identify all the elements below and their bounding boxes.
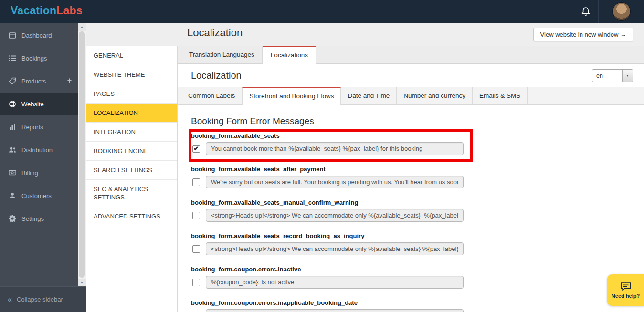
subtab-common-labels[interactable]: Common Labels bbox=[181, 87, 242, 105]
settings-item-seo-analytics-settings[interactable]: SEO & ANALYTICS SETTINGS bbox=[86, 180, 177, 207]
view-website-button[interactable]: View website in new window → bbox=[533, 28, 633, 41]
topbar: VacationLabs bbox=[0, 0, 644, 23]
scroll-up-arrow-icon[interactable]: ▲ bbox=[78, 23, 86, 31]
need-help-label: Need help? bbox=[612, 293, 640, 299]
sidebar-item-bookings[interactable]: Bookings bbox=[0, 47, 78, 70]
sidebar-item-label: Products bbox=[21, 78, 46, 85]
app-logo[interactable]: VacationLabs bbox=[11, 4, 83, 17]
users-icon bbox=[9, 146, 16, 154]
field-value-input[interactable] bbox=[206, 176, 464, 188]
settings-item-localization[interactable]: LOCALIZATION bbox=[86, 104, 177, 123]
sidebar-item-billing[interactable]: Billing bbox=[0, 161, 78, 184]
field-row bbox=[191, 242, 644, 255]
field-value-input[interactable] bbox=[206, 309, 464, 312]
settings-item-integration[interactable]: INTEGRATION bbox=[86, 123, 177, 142]
field-key-label: booking_form.available_seats bbox=[191, 132, 644, 139]
sidebar-item-products[interactable]: Products + bbox=[0, 70, 78, 93]
subtab-date-and-time[interactable]: Date and Time bbox=[341, 87, 397, 105]
settings-item-advanced-settings[interactable]: ADVANCED SETTINGS bbox=[86, 207, 177, 226]
sidebar-item-label: Reports bbox=[21, 124, 43, 131]
gear-icon bbox=[9, 215, 16, 222]
field-row bbox=[191, 309, 644, 312]
page-header: Localization View website in new window … bbox=[86, 23, 644, 46]
notifications-bell-icon[interactable] bbox=[573, 0, 598, 23]
settings-item-website-theme[interactable]: WEBSITE THEME bbox=[86, 65, 177, 84]
tab-bar: Translation LanguagesLocalizations bbox=[178, 46, 644, 64]
sidebar-item-label: Website bbox=[21, 101, 44, 108]
settings-item-pages[interactable]: PAGES bbox=[86, 84, 177, 104]
main-content: Localization en ▼ Common LabelsStorefron… bbox=[178, 64, 644, 312]
language-select-value: en bbox=[592, 73, 622, 79]
field-value-input[interactable] bbox=[206, 276, 464, 289]
field-checkbox[interactable] bbox=[192, 279, 200, 286]
settings-item-search-settings[interactable]: SEARCH SETTINGS bbox=[86, 161, 177, 180]
form-section-heading: Booking Form Error Messages bbox=[191, 115, 644, 126]
field-checkbox[interactable] bbox=[192, 178, 200, 186]
tab-translation-languages[interactable]: Translation Languages bbox=[181, 46, 263, 64]
language-select[interactable]: en ▼ bbox=[592, 69, 633, 82]
logo-labs: Labs bbox=[56, 4, 82, 17]
field-key-label: booking_form.coupon.errors.inapplicable_… bbox=[191, 299, 644, 306]
section-header: Localization en ▼ bbox=[178, 64, 644, 87]
field-checkbox[interactable] bbox=[192, 245, 200, 253]
sidebar-item-label: Billing bbox=[21, 169, 38, 177]
field-value-input[interactable] bbox=[206, 209, 464, 222]
field-row bbox=[191, 209, 644, 222]
field-row: ✔ bbox=[191, 142, 644, 155]
sidebar-item-customers[interactable]: Customers bbox=[0, 184, 78, 207]
chevron-down-icon[interactable]: ▼ bbox=[622, 70, 633, 82]
field-checkbox[interactable] bbox=[192, 212, 200, 219]
fields-list: booking_form.available_seats ✔ booking_f… bbox=[191, 132, 644, 312]
sidebar-scrollbar[interactable]: ▲ ▼ bbox=[78, 23, 86, 286]
sidebar-item-website[interactable]: Website bbox=[0, 93, 78, 115]
localization-field: booking_form.coupon.errors.inapplicable_… bbox=[191, 299, 644, 312]
need-help-button[interactable]: Need help? bbox=[607, 274, 644, 306]
settings-sidebar: GENERALWEBSITE THEMEPAGESLOCALIZATIONINT… bbox=[86, 46, 178, 312]
field-key-label: booking_form.available_seats_record_book… bbox=[191, 232, 644, 239]
form-content: Booking Form Error Messages booking_form… bbox=[178, 105, 644, 312]
field-row bbox=[191, 276, 644, 289]
user-avatar[interactable] bbox=[612, 2, 631, 21]
globe-icon bbox=[9, 100, 16, 108]
sidebar-item-settings[interactable]: Settings bbox=[0, 207, 78, 230]
field-value-input[interactable] bbox=[206, 142, 464, 155]
topbar-right bbox=[573, 0, 644, 23]
collapse-sidebar-label: Collapse sidebar bbox=[17, 296, 63, 303]
field-checkbox[interactable]: ✔ bbox=[192, 145, 200, 153]
sidebar-menu: Dashboard Bookings Products + Website Re… bbox=[0, 24, 78, 230]
double-chevron-left-icon: « bbox=[8, 296, 12, 303]
sub-tab-bar: Common LabelsStorefront and Booking Flow… bbox=[178, 87, 644, 105]
settings-item-booking-engine[interactable]: BOOKING ENGINE bbox=[86, 142, 177, 161]
sidebar-item-label: Distribution bbox=[21, 146, 53, 154]
scroll-down-arrow-icon[interactable]: ▼ bbox=[78, 279, 86, 286]
field-row bbox=[191, 176, 644, 188]
sidebar-item-distribution[interactable]: Distribution bbox=[0, 138, 78, 161]
sidebar-item-dashboard[interactable]: Dashboard bbox=[0, 24, 78, 47]
sidebar-item-label: Dashboard bbox=[21, 32, 52, 39]
subtab-storefront-and-booking-flows[interactable]: Storefront and Booking Flows bbox=[242, 87, 341, 105]
add-product-button[interactable]: + bbox=[67, 76, 72, 85]
collapse-sidebar-button[interactable]: « Collapse sidebar bbox=[0, 286, 86, 312]
calendar-icon bbox=[9, 31, 16, 39]
section-title: Localization bbox=[191, 70, 242, 81]
field-value-input[interactable] bbox=[206, 242, 464, 255]
sidebar-item-reports[interactable]: Reports bbox=[0, 115, 78, 138]
field-key-label: booking_form.coupon.errors.inactive bbox=[191, 266, 644, 273]
tag-icon bbox=[9, 77, 16, 85]
localization-field: booking_form.available_seats_manual_conf… bbox=[191, 199, 644, 222]
chart-icon bbox=[9, 123, 16, 131]
settings-item-general[interactable]: GENERAL bbox=[86, 46, 177, 65]
user-icon bbox=[9, 192, 16, 199]
localization-field: booking_form.available_seats ✔ bbox=[191, 132, 644, 155]
scrollbar-thumb[interactable] bbox=[79, 31, 85, 278]
user-menu[interactable] bbox=[598, 0, 644, 23]
subtab-emails-sms[interactable]: Emails & SMS bbox=[473, 87, 528, 105]
subtab-number-and-currency[interactable]: Number and currency bbox=[397, 87, 473, 105]
list-icon bbox=[9, 54, 16, 62]
field-key-label: booking_form.available_seats_manual_conf… bbox=[191, 199, 644, 206]
localization-field: booking_form.coupon.errors.inactive bbox=[191, 266, 644, 289]
logo-vacation: Vacation bbox=[11, 4, 56, 17]
tab-localizations[interactable]: Localizations bbox=[263, 46, 316, 64]
field-key-label: booking_form.available_seats_after_payme… bbox=[191, 166, 644, 173]
billing-icon bbox=[9, 169, 16, 177]
